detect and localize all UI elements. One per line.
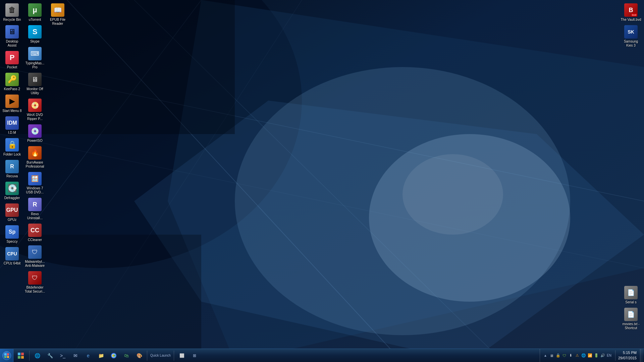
vault-label: The Vault.bvd — [621, 18, 641, 22]
display-icon: ⬜ — [179, 353, 184, 358]
pocket-img: P — [5, 51, 19, 64]
tray-icon-7[interactable]: 📶 — [587, 353, 593, 358]
bitdefender-icon[interactable]: 🛡 Bitdefender Total Securi... — [23, 269, 46, 295]
utorrent-icon[interactable]: μ uTorrent — [23, 2, 46, 23]
revo-img: R — [28, 198, 42, 211]
start-menu-icon[interactable]: ▶ Start Menu 8 — [1, 93, 23, 115]
desktop[interactable]: 🗑 Recycle Bin 🖥 Desktop Assist P Pocket — [0, 0, 644, 362]
pocket-icon[interactable]: P Pocket — [1, 49, 23, 71]
vault-img: B bvd — [624, 3, 638, 17]
win7-usb-label: Windows 7 USB DVD... — [24, 186, 45, 194]
epub-reader-icon[interactable]: 📖 EPUB File Reader — [46, 2, 69, 27]
win7-usb-img: 🪟 — [28, 172, 42, 185]
idm-img: IDM — [5, 116, 19, 130]
tray-icon-5[interactable]: ⚠ — [575, 353, 580, 358]
skype-icon[interactable]: S Skype — [23, 23, 46, 45]
keepass-icon[interactable]: 🔑 KeePass 2 — [1, 71, 23, 93]
taskbar-ql2-btn[interactable]: ⊞ — [189, 350, 201, 362]
malwarebytes-icon[interactable]: 🛡 Malwarebyt... Anti-Malware — [23, 244, 46, 269]
movies-shortcut-icon[interactable]: 📄 movies.txt - Shortcut — [620, 306, 642, 332]
recycle-bin-icon[interactable]: 🗑 Recycle Bin — [1, 2, 23, 23]
serial-s-icon[interactable]: 📄 Serial s — [620, 284, 642, 306]
tray-icon-9[interactable]: 🔊 — [600, 353, 605, 358]
taskbar-display-btn[interactable]: ⬜ — [176, 350, 188, 362]
poweriso-icon[interactable]: 💿 PowerISO — [23, 123, 46, 144]
idm-label: I.D.M — [8, 131, 16, 135]
gpuz-icon[interactable]: GPU GPUz — [1, 202, 23, 224]
taskbar-tool-btn[interactable]: 🔧 — [44, 350, 56, 362]
skype-label: Skype — [30, 40, 40, 44]
tray-icon-input[interactable]: EN — [606, 353, 612, 358]
taskbar-explorer-btn[interactable]: 📁 — [95, 350, 107, 362]
taskbar-win8-button[interactable] — [15, 350, 27, 362]
desktop-assist-label: Desktop Assist — [2, 40, 22, 48]
malwarebytes-label: Malwarebyt... Anti-Malware — [24, 260, 45, 268]
burnaware-icon[interactable]: 🔥 BurnAware Professional — [23, 144, 46, 170]
taskbar: 🌐 🔧 >_ ✉ e 📁 — [0, 349, 644, 362]
poweriso-img: 💿 — [28, 124, 42, 138]
folder-lock-img: 🔒 — [5, 138, 19, 152]
extra-icon: 🎨 — [137, 353, 142, 358]
revo-icon[interactable]: R Revo Uninstall... — [23, 196, 46, 222]
skype-img: S — [28, 25, 42, 39]
tray-chevron[interactable]: ▲ — [543, 353, 548, 358]
movies-shortcut-img: 📄 — [624, 308, 638, 321]
winx-dvd-img: 📀 — [28, 99, 42, 112]
taskbar-extra-btn[interactable]: 🎨 — [133, 350, 145, 362]
svg-rect-22 — [21, 356, 24, 359]
winx-dvd-icon[interactable]: 📀 WinX DVD Ripper P... — [23, 97, 46, 123]
taskbar-language-btn[interactable]: 🌐 — [31, 350, 43, 362]
taskbar-store-btn[interactable]: 🛍 — [120, 350, 132, 362]
speccy-icon[interactable]: Sp Speccy — [1, 224, 23, 245]
burnaware-label: BurnAware Professional — [24, 161, 45, 169]
cmd-icon: >_ — [60, 353, 65, 358]
taskbar-ie-btn[interactable]: e — [82, 350, 94, 362]
svg-rect-17 — [4, 356, 6, 358]
win7-usb-icon[interactable]: 🪟 Windows 7 USB DVD... — [23, 170, 46, 196]
start-button[interactable] — [0, 349, 13, 362]
keepass-img: 🔑 — [5, 73, 19, 86]
taskbar-chrome-btn[interactable] — [108, 350, 120, 362]
ccleaner-icon[interactable]: CC CCleaner — [23, 222, 46, 244]
ccleaner-img: CC — [28, 224, 42, 237]
taskbar-email-btn[interactable]: ✉ — [69, 350, 82, 362]
clock-date: 29/07/2015 — [618, 356, 637, 361]
epub-reader-img: 📖 — [51, 3, 64, 17]
tray-icon-3[interactable]: 🛡 — [562, 353, 567, 358]
samsung-kies-img: SK — [624, 25, 638, 39]
svg-rect-20 — [21, 353, 24, 355]
defraggler-icon[interactable]: 💽 Defraggler — [1, 180, 23, 202]
cpuz-img: CPU — [5, 247, 19, 260]
svg-rect-18 — [7, 356, 9, 358]
utorrent-label: uTorrent — [29, 18, 41, 22]
email-icon: ✉ — [73, 353, 77, 358]
tray-icon-6[interactable]: 🌐 — [581, 353, 586, 358]
bitdefender-img: 🛡 — [28, 271, 42, 285]
system-clock[interactable]: 5:15 PM 29/07/2015 — [615, 350, 639, 361]
tray-icon-8[interactable]: 🔋 — [594, 353, 599, 358]
chrome-icon — [111, 353, 116, 358]
svg-rect-15 — [4, 353, 6, 355]
tray-icon-2[interactable]: 🔒 — [555, 353, 561, 358]
samsung-kies-icon[interactable]: SK Samsung Kies 3 — [620, 23, 642, 49]
typing-master-icon[interactable]: ⌨ TypingMas... Pro — [23, 45, 46, 71]
show-desktop-button[interactable] — [640, 349, 643, 362]
utorrent-img: μ — [28, 3, 42, 17]
start-menu-img: ▶ — [5, 95, 19, 108]
taskbar-cmd-btn[interactable]: >_ — [57, 350, 69, 362]
idm-icon[interactable]: IDM I.D.M — [1, 115, 23, 136]
tray-icon-1[interactable]: 🖥 — [549, 353, 554, 358]
recuva-img: R — [5, 160, 19, 173]
vault-icon[interactable]: B bvd The Vault.bvd — [620, 2, 642, 23]
tray-icon-4[interactable]: ⬇ — [568, 353, 574, 358]
recuva-icon[interactable]: R Recuva — [1, 158, 23, 180]
monitor-off-icon[interactable]: 🖥 Monitor Off Utility — [23, 71, 46, 97]
taskbar-separator-2 — [147, 351, 147, 361]
movies-shortcut-label: movies.txt - Shortcut — [621, 322, 641, 330]
revo-label: Revo Uninstall... — [24, 212, 45, 220]
desktop-assist-icon[interactable]: 🖥 Desktop Assist — [1, 23, 23, 49]
win8-grid-icon — [18, 353, 24, 359]
cpuz-icon[interactable]: CPU CPUz 64bit — [1, 245, 23, 267]
taskbar-right: ▲ 🖥 🔒 🛡 ⬇ ⚠ 🌐 📶 🔋 🔊 EN 5:15 PM 29/07/201… — [540, 349, 644, 362]
folder-lock-icon[interactable]: 🔒 Folder Lock — [1, 136, 23, 158]
